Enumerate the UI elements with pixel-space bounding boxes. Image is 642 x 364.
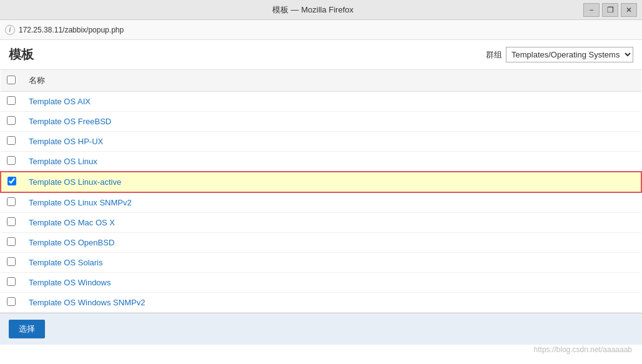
table-row: Template OS Windows SNMPv2: [1, 293, 641, 313]
row-checkbox[interactable]: [7, 257, 16, 266]
row-checkbox[interactable]: [7, 156, 16, 165]
titlebar: 模板 — Mozilla Firefox − ❐ ✕: [0, 0, 642, 20]
select-all-checkbox[interactable]: [7, 76, 16, 84]
table-row: Template OS OpenBSD: [1, 233, 641, 253]
table-row: Template OS Solaris: [1, 253, 641, 273]
footer: 选择: [0, 313, 642, 345]
row-checkbox[interactable]: [7, 177, 16, 185]
row-checkbox[interactable]: [7, 197, 16, 206]
table-row: Template OS Mac OS X: [1, 213, 641, 233]
template-link[interactable]: Template OS Mac OS X: [29, 218, 115, 227]
addressbar: i 172.25.38.11/zabbix/popup.php: [0, 20, 642, 40]
row-checkbox[interactable]: [7, 116, 16, 125]
template-link[interactable]: Template OS Windows SNMPv2: [29, 298, 145, 307]
group-selector: 群组 Templates/Operating SystemsTemplatesT…: [486, 47, 633, 62]
table-row: Template OS AIX: [1, 92, 641, 112]
window-title: 模板 — Mozilla Firefox: [42, 4, 583, 16]
row-checkbox[interactable]: [7, 217, 16, 226]
template-link[interactable]: Template OS OpenBSD: [29, 238, 114, 247]
row-checkbox[interactable]: [7, 96, 16, 105]
template-link[interactable]: Template OS FreeBSD: [29, 117, 111, 126]
group-label: 群组: [486, 49, 502, 61]
page-title: 模板: [9, 46, 34, 63]
table-row: Template OS Linux-active: [1, 172, 641, 192]
template-link[interactable]: Template OS AIX: [29, 97, 91, 106]
template-link[interactable]: Template OS Linux: [29, 157, 97, 166]
template-link[interactable]: Template OS HP-UX: [29, 137, 103, 146]
table-row: Template OS Linux: [1, 152, 641, 172]
table-row: Template OS FreeBSD: [1, 112, 641, 132]
select-button[interactable]: 选择: [9, 320, 45, 338]
table-row: Template OS Linux SNMPv2: [1, 192, 641, 213]
minimize-button[interactable]: −: [583, 3, 600, 17]
template-link[interactable]: Template OS Linux-active: [29, 177, 121, 187]
template-link[interactable]: Template OS Solaris: [29, 258, 103, 267]
table-row: Template OS Windows: [1, 273, 641, 293]
group-select[interactable]: Templates/Operating SystemsTemplatesTemp…: [506, 47, 633, 62]
table-header-row: 名称: [1, 70, 641, 92]
table-row: Template OS HP-UX: [1, 132, 641, 152]
row-checkbox[interactable]: [7, 297, 16, 306]
url-display: 172.25.38.11/zabbix/popup.php: [19, 26, 124, 34]
header-checkbox-cell: [1, 70, 22, 92]
header-name: 名称: [22, 70, 641, 92]
restore-button[interactable]: ❐: [602, 3, 618, 17]
close-button[interactable]: ✕: [621, 3, 637, 17]
row-checkbox[interactable]: [7, 136, 16, 145]
main-content: 模板 群组 Templates/Operating SystemsTemplat…: [0, 40, 642, 364]
row-checkbox[interactable]: [7, 237, 16, 246]
template-link[interactable]: Template OS Linux SNMPv2: [29, 198, 132, 207]
window-controls: − ❐ ✕: [583, 3, 637, 17]
info-icon: i: [5, 25, 15, 35]
template-link[interactable]: Template OS Windows: [29, 278, 111, 287]
table-body: Template OS AIXTemplate OS FreeBSDTempla…: [1, 92, 641, 313]
row-checkbox[interactable]: [7, 277, 16, 286]
template-table: 名称 Template OS AIXTemplate OS FreeBSDTem…: [0, 70, 642, 313]
page-header: 模板 群组 Templates/Operating SystemsTemplat…: [0, 40, 642, 70]
